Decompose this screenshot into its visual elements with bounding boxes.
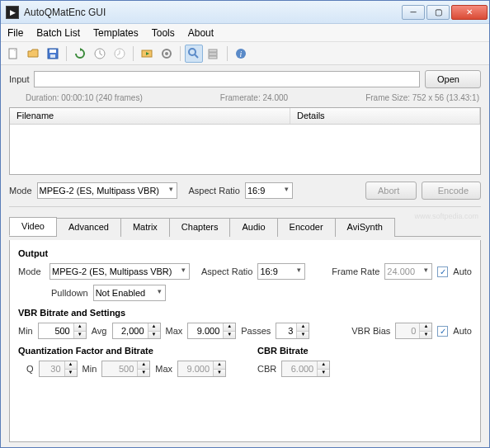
qf-max-spinner[interactable]: ▲▼: [177, 361, 226, 377]
q-spinner[interactable]: ▲▼: [39, 361, 78, 377]
toolbar: i: [1, 42, 489, 65]
qf-min-spinner[interactable]: ▲▼: [101, 361, 150, 377]
vbr-avg-label: Avg: [92, 326, 107, 336]
svg-point-8: [165, 52, 168, 55]
toolbar-separator: [66, 46, 67, 61]
window-title: AutoQMatEnc GUI: [24, 7, 402, 18]
toolbar-separator: [133, 46, 134, 61]
qf-row: Q ▲▼ Min ▲▼ Max ▲▼: [18, 361, 233, 377]
vbr-title: VBR Bitrate and Settings: [18, 308, 472, 318]
tab-audio[interactable]: Audio: [229, 218, 277, 237]
framerate-label: Frame Rate: [332, 266, 379, 276]
listview-header: Filename Details: [10, 108, 480, 125]
framerate-select[interactable]: 24.000: [384, 263, 432, 280]
new-icon[interactable]: [4, 45, 22, 63]
output-mode-select[interactable]: MPEG-2 (ES, Multipass VBR): [49, 263, 190, 280]
menu-tools[interactable]: Tools: [152, 27, 175, 39]
zoom-icon[interactable]: [185, 45, 203, 63]
svg-rect-2: [49, 50, 56, 53]
pulldown-select[interactable]: Not Enabled: [93, 285, 166, 301]
qf-cbr-row: Quantization Factor and Bitrate Q ▲▼ Min…: [18, 344, 472, 377]
framerate-auto-label: Auto: [453, 266, 472, 276]
encode-button[interactable]: Encode: [422, 182, 481, 200]
cbr-title: CBR Bitrate: [257, 346, 472, 356]
batch-icon[interactable]: [205, 45, 223, 63]
output-mode-label: Mode: [18, 266, 45, 276]
maximize-button[interactable]: ▢: [426, 5, 450, 20]
output-row-1: Mode MPEG-2 (ES, Multipass VBR) Aspect R…: [18, 263, 472, 280]
vbr-avg-spinner[interactable]: ▲▼: [112, 323, 161, 339]
cbr-label: CBR: [257, 364, 276, 374]
minimize-button[interactable]: ─: [402, 5, 425, 20]
framesize-text: Frame Size: 752 x 56 (13.43:1): [365, 93, 479, 102]
save-icon[interactable]: [44, 45, 62, 63]
menu-templates[interactable]: Templates: [93, 27, 139, 39]
menu-batch-list[interactable]: Batch List: [36, 27, 80, 39]
vbr-passes-label: Passes: [241, 326, 271, 336]
qf-section: Quantization Factor and Bitrate Q ▲▼ Min…: [18, 344, 233, 377]
tab-video[interactable]: Video: [9, 217, 57, 236]
aspect-select[interactable]: 16:9: [245, 182, 293, 199]
window: ▶ AutoQMatEnc GUI ─ ▢ ✕ File Batch List …: [0, 0, 490, 448]
content: Input Open Duration: 00:00:10 (240 frame…: [1, 65, 489, 447]
qf-title: Quantization Factor and Bitrate: [18, 346, 233, 356]
menu-file[interactable]: File: [7, 27, 23, 39]
qf-max-label: Max: [155, 364, 172, 374]
input-field[interactable]: [34, 71, 420, 87]
menubar: File Batch List Templates Tools About: [1, 24, 489, 42]
toolbar-separator: [227, 46, 228, 61]
open-button[interactable]: Open: [425, 70, 481, 88]
col-details[interactable]: Details: [290, 108, 480, 124]
tab-avisynth[interactable]: AviSynth: [335, 218, 395, 237]
svg-rect-11: [209, 53, 217, 55]
svg-rect-12: [209, 56, 217, 59]
toolbar-separator: [180, 46, 181, 61]
output-title: Output: [18, 248, 472, 258]
play-icon[interactable]: [138, 45, 156, 63]
vbr-passes-spinner[interactable]: ▲▼: [276, 323, 309, 339]
vbr-min-spinner[interactable]: ▲▼: [38, 323, 87, 339]
abort-button[interactable]: Abort: [365, 182, 417, 200]
qf-min-label: Min: [82, 364, 97, 374]
app-icon: ▶: [6, 6, 19, 19]
cbr-spinner[interactable]: ▲▼: [281, 361, 330, 377]
divider: [9, 206, 481, 207]
vbr-auto-checkbox[interactable]: ✓: [437, 326, 448, 337]
framerate-auto-checkbox[interactable]: ✓: [437, 266, 448, 277]
vbr-max-spinner[interactable]: ▲▼: [187, 323, 236, 339]
settings-icon[interactable]: [158, 45, 176, 63]
clock-icon[interactable]: [91, 45, 109, 63]
vbr-bias-spinner[interactable]: ▲▼: [395, 323, 432, 339]
mode-select[interactable]: MPEG-2 (ES, Multipass VBR): [37, 182, 177, 199]
pulldown-label: Pulldown: [51, 288, 88, 298]
file-listview[interactable]: Filename Details: [9, 107, 481, 175]
vbr-max-label: Max: [166, 326, 183, 336]
framerate-text: Framerate: 24.000: [220, 93, 288, 102]
listview-body: [10, 125, 480, 174]
svg-rect-3: [50, 54, 55, 58]
tab-advanced[interactable]: Advanced: [56, 218, 121, 237]
menu-about[interactable]: About: [188, 27, 214, 39]
window-controls: ─ ▢ ✕: [402, 5, 488, 20]
cbr-row: CBR ▲▼: [257, 361, 472, 377]
mode-label: Mode: [9, 186, 32, 196]
tab-matrix[interactable]: Matrix: [120, 218, 170, 237]
q-label: Q: [26, 364, 34, 374]
input-label: Input: [9, 74, 29, 84]
input-row: Input Open: [9, 70, 481, 88]
tab-chapters[interactable]: Chapters: [169, 218, 231, 237]
vbr-auto-label: Auto: [453, 326, 472, 336]
svg-point-9: [189, 49, 196, 55]
vbr-min-label: Min: [18, 326, 33, 336]
encode-icon: [434, 186, 435, 196]
close-button[interactable]: ✕: [451, 5, 488, 20]
vbr-row: Min ▲▼ Avg ▲▼ Max ▲▼ Passes ▲▼ VBR Bias …: [18, 323, 472, 339]
tab-encoder[interactable]: Encoder: [277, 218, 336, 237]
svg-text:i: i: [240, 50, 243, 59]
open-icon[interactable]: [24, 45, 42, 63]
col-filename[interactable]: Filename: [10, 108, 290, 124]
info-icon[interactable]: i: [232, 45, 250, 63]
clock-alt-icon[interactable]: [111, 45, 129, 63]
output-aspect-select[interactable]: 16:9: [257, 263, 305, 280]
refresh-icon[interactable]: [71, 45, 89, 63]
